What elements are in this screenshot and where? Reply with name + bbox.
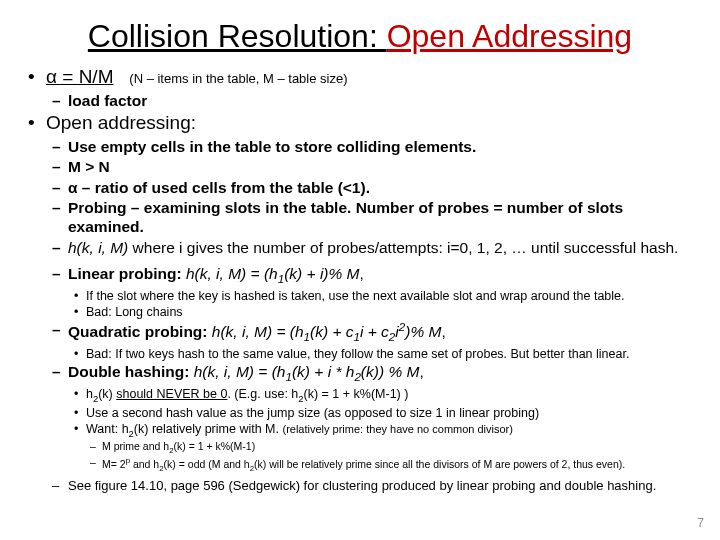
figure-ref: See figure 14.10, page 596 (Sedgewick) f… xyxy=(28,478,692,494)
double-sub-1: h2(k) should NEVER be 0. (E.g. use: h2(k… xyxy=(28,386,692,405)
linear-sub-2: Bad: Long chains xyxy=(28,304,692,320)
bullet-open-addressing: Open addressing: xyxy=(28,111,692,135)
double-hashing: Double hashing: h(k, i, M) = (h1(k) + i … xyxy=(28,362,692,385)
linear-probing: Linear probing: h(k, i, M) = (h1(k) + i)… xyxy=(28,264,692,287)
oa-sub-4: Probing – examining slots in the table. … xyxy=(28,198,692,237)
oa-sub-2: M > N xyxy=(28,157,692,176)
linear-sub-1: If the slot where the key is hashed is t… xyxy=(28,288,692,304)
page-number: 7 xyxy=(697,516,704,530)
oa-sub-1: Use empty cells in the table to store co… xyxy=(28,137,692,156)
slide-title: Collision Resolution: Open Addressing xyxy=(28,18,692,55)
double-note-2: M= 2p and h2(k) = odd (M and h2(k) will … xyxy=(28,456,692,474)
double-sub-2: Use a second hash value as the jump size… xyxy=(28,405,692,421)
oa-sub-5: h(k, i, M) where i gives the number of p… xyxy=(28,238,692,257)
oa-sub-3: α – ratio of used cells from the table (… xyxy=(28,178,692,197)
quadratic-probing: Quadratic probing: h(k, i, M) = (h1(k) +… xyxy=(28,320,692,345)
double-note-1: M prime and h2(k) = 1 + k%(M-1) xyxy=(28,440,692,456)
bullet-loadfactor: load factor xyxy=(28,91,692,110)
double-sub-3: Want: h2(k) relatively prime with M. (re… xyxy=(28,421,692,440)
quadratic-sub-1: Bad: If two keys hash to the same value,… xyxy=(28,346,692,362)
bullet-alpha: α = N/M (N – items in the table, M – tab… xyxy=(28,65,692,89)
